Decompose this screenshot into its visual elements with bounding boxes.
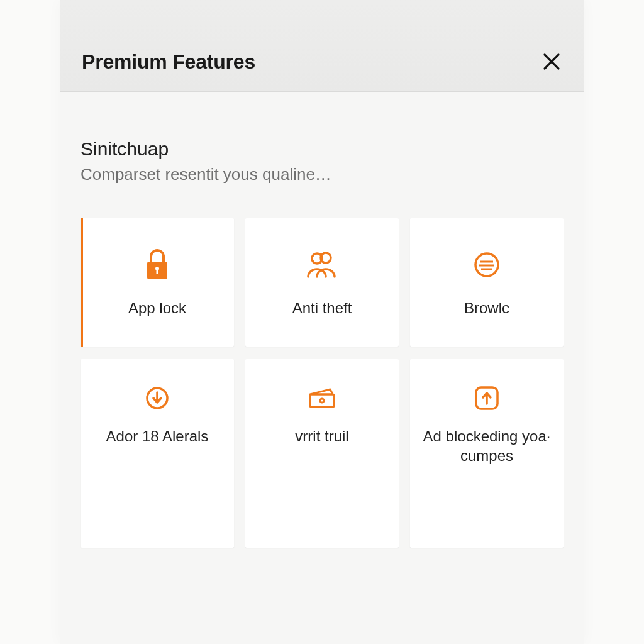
feature-card-app-lock[interactable]: App lock	[80, 218, 234, 347]
outer-frame: Premium Features Sinitchuap Comparset re…	[0, 0, 644, 644]
section-title: Sinitchuap	[80, 138, 564, 160]
download-circle-icon	[140, 380, 175, 416]
feature-card-ador-alerals[interactable]: Ador 18 Alerals	[80, 359, 234, 548]
people-icon	[304, 247, 340, 282]
page-title: Premium Features	[82, 50, 255, 74]
feature-card-vrrit-truil[interactable]: vrrit truil	[245, 359, 399, 548]
lock-icon	[140, 247, 175, 282]
feature-label: App lock	[128, 299, 186, 318]
close-button[interactable]	[538, 50, 565, 74]
feature-grid: App lock Anti theft	[80, 218, 564, 548]
feature-card-ad-blocking[interactable]: Ad blockeding yoa· cumpes	[410, 359, 564, 548]
disc-icon	[469, 247, 504, 282]
wallet-icon	[304, 380, 340, 416]
feature-label: Ad blockeding yoa· cumpes	[418, 427, 556, 465]
feature-label: vrrit truil	[295, 427, 348, 447]
header-inner: Premium Features	[60, 32, 584, 91]
feature-card-anti-theft[interactable]: Anti theft	[245, 218, 399, 347]
main-panel: Premium Features Sinitchuap Comparset re…	[60, 0, 584, 644]
svg-point-11	[320, 399, 324, 402]
upload-box-icon	[469, 380, 504, 416]
feature-label: Browlc	[464, 299, 509, 318]
content-area: Sinitchuap Comparset resentit yous quali…	[60, 92, 584, 548]
header-bar: Premium Features	[60, 0, 584, 92]
svg-rect-10	[310, 394, 334, 407]
svg-rect-2	[157, 269, 158, 274]
feature-card-browlc[interactable]: Browlc	[410, 218, 564, 347]
feature-label: Anti theft	[292, 299, 352, 318]
feature-label: Ador 18 Alerals	[106, 427, 209, 447]
close-icon	[542, 52, 561, 71]
section-subtitle: Comparset resentit yous qualine…	[80, 165, 564, 184]
